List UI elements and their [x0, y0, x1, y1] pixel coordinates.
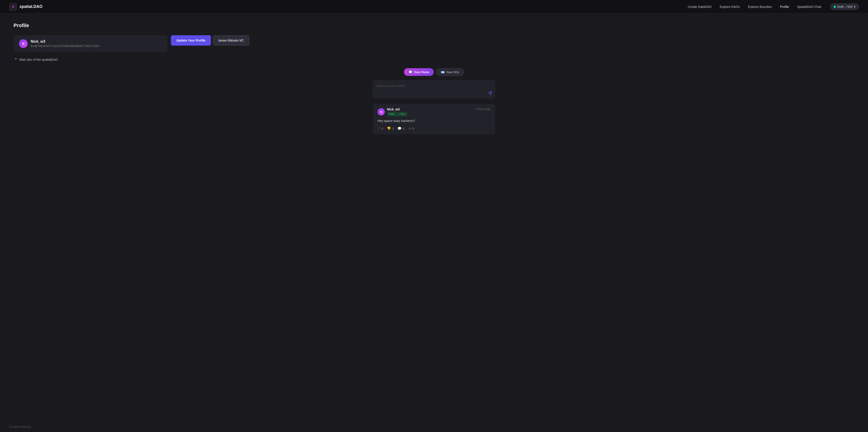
post-user-details: Nick_w3 0XD6...7162 [387, 107, 407, 116]
share-count: 0 [412, 127, 414, 130]
post-username: Nick_w3 [387, 107, 407, 111]
wallet-status-dot [834, 6, 836, 8]
logo-icon: S [9, 3, 17, 11]
nav-explore-bounties[interactable]: Explore Bounties [748, 5, 772, 8]
svg-text:N: N [22, 42, 24, 45]
navbar: S spatial.DAO Create DataDAO Explore DAO… [0, 0, 868, 13]
nav-create-datadao[interactable]: Create DataDAO [688, 5, 712, 8]
profile-info: Nick_w3 0xd6f463e347c1eacd37e09c68109b0c… [31, 39, 99, 48]
like-count: 0 [381, 127, 383, 130]
post-header: N Nick_w3 0XD6...7162 9 hours ago [377, 107, 491, 116]
dislike-button[interactable]: 👎 0 [387, 127, 394, 131]
posts-container: N Nick_w3 0XD6...7162 9 hours ago Hey sp… [373, 104, 495, 134]
share-icon: ↗ [408, 127, 411, 131]
your-vcs-tab-icon: 🪪 [441, 70, 445, 74]
post-avatar: N [377, 108, 385, 115]
table-row: N Nick_w3 0XD6...7162 9 hours ago Hey sp… [373, 104, 495, 134]
nav-explore-daos[interactable]: Explore DAOs [720, 5, 740, 8]
wallet-button[interactable]: 0xd6...7162 ▾ [830, 3, 859, 10]
tab-your-vcs[interactable]: 🪪 Your VCs [436, 68, 464, 76]
svg-text:S: S [12, 5, 14, 8]
profile-section: N Nick_w3 0xd6f463e347c1eacd37e09c68109b… [13, 35, 855, 52]
wallet-address: 0xd6...7162 [837, 5, 852, 8]
dislike-icon: 👎 [387, 127, 391, 131]
post-address-badge: 0XD6...7162 [387, 112, 407, 116]
wallet-chevron-icon: ▾ [854, 5, 856, 8]
post-time: 9 hours ago [476, 107, 491, 111]
page-title: Profile [13, 23, 855, 29]
comment-count: 0 [403, 127, 404, 130]
comment-icon: 💬 [397, 127, 402, 131]
nav-profile[interactable]: Profile [780, 5, 789, 8]
logo[interactable]: S spatial.DAO [9, 3, 42, 11]
post-actions: ♡ 0 👎 0 💬 0 ↗ 0 [377, 127, 491, 131]
svg-text:N: N [380, 110, 382, 113]
heart-icon: ♡ [377, 127, 380, 131]
logo-text: spatial.DAO [20, 4, 42, 9]
send-post-button[interactable] [488, 91, 492, 97]
issue-gitcoin-vc-button[interactable]: Issue Gitcoin VC [213, 35, 249, 45]
main-content: Profile N Nick_w3 0xd6f463e347c1ea [0, 13, 868, 421]
profile-info-card: N Nick_w3 0xd6f463e347c1eacd37e09c68109b… [13, 35, 167, 52]
post-composer [373, 80, 495, 99]
update-profile-button[interactable]: Update Your Profile [171, 35, 211, 45]
tabs-section: 💬 Your Posts 🪪 Your VCs [13, 68, 855, 76]
bio-section: ❝ Main dev of the spatialDAO [13, 57, 855, 62]
comment-button[interactable]: 💬 0 [397, 127, 404, 131]
dislike-count: 0 [392, 127, 394, 130]
nav-links: Create DataDAO Explore DAOs Explore Boun… [688, 5, 821, 8]
nav-spatialdao-chat[interactable]: SpatialDAO Chat [797, 5, 821, 8]
quote-icon: ❝ [14, 57, 17, 62]
post-textarea[interactable] [373, 80, 495, 98]
avatar: N [19, 39, 28, 48]
share-button[interactable]: ↗ 0 [408, 127, 414, 131]
footer-text: All rights reserved. [9, 425, 31, 428]
tab-your-posts[interactable]: 💬 Your Posts [404, 68, 434, 76]
your-posts-tab-icon: 💬 [408, 70, 412, 74]
footer: All rights reserved. [0, 421, 868, 432]
post-content: Hey space-warp hackers!!! [377, 119, 491, 123]
your-posts-tab-label: Your Posts [414, 70, 429, 74]
your-vcs-tab-label: Your VCs [446, 70, 459, 74]
post-user-info: N Nick_w3 0XD6...7162 [377, 107, 407, 116]
profile-username: Nick_w3 [31, 39, 99, 43]
profile-address: 0xd6f463e347c1eacd37e09c68109b0cf7441171… [31, 44, 99, 48]
profile-actions: Update Your Profile Issue Gitcoin VC [171, 35, 249, 45]
bio-text: Main dev of the spatialDAO [19, 58, 58, 61]
like-button[interactable]: ♡ 0 [377, 127, 383, 131]
